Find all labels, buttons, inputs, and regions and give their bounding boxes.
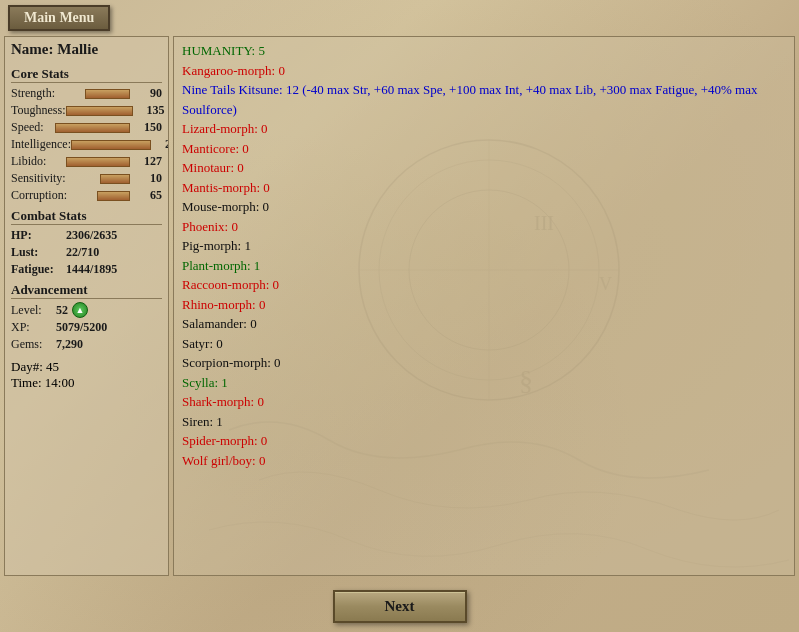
stat-bar-sensitivity [100, 174, 130, 184]
stat-value-speed: 150 [132, 120, 162, 135]
stat-bar-container-toughness: 135 [66, 103, 165, 118]
trait-line: Mouse-morph: 0 [182, 197, 786, 217]
combat-label-lust: Lust: [11, 245, 66, 260]
adv-label-gems: Gems: [11, 337, 56, 352]
trait-line: Scylla: 1 [182, 373, 786, 393]
trait-line: Raccoon-morph: 0 [182, 275, 786, 295]
stat-row-speed: Speed: 150 [11, 120, 162, 135]
trait-line: Phoenix: 0 [182, 217, 786, 237]
traits-content[interactable]: HUMANITY: 5Kangaroo-morph: 0Nine Tails K… [173, 36, 795, 576]
combat-stats-header: Combat Stats [11, 208, 162, 225]
stat-label-speed: Speed: [11, 120, 44, 135]
stat-bar-container-libido: 127 [66, 154, 162, 169]
top-bar: Main Menu [0, 0, 799, 36]
trait-line: Satyr: 0 [182, 334, 786, 354]
trait-line: Shark-morph: 0 [182, 392, 786, 412]
content-area: Name: Mallie Core Stats Strength: 90 Tou… [0, 36, 799, 580]
stat-bar-speed [55, 123, 130, 133]
stat-bar-container-strength: 90 [85, 86, 162, 101]
time-info: Time: 14:00 [11, 375, 162, 391]
trait-line: Rhino-morph: 0 [182, 295, 786, 315]
trait-line: Minotaur: 0 [182, 158, 786, 178]
adv-label-xp: XP: [11, 320, 56, 335]
stat-label-strength: Strength: [11, 86, 55, 101]
stat-bar-toughness [66, 106, 133, 116]
main-container: Main Menu Name: Mallie Core Stats Streng… [0, 0, 799, 632]
stat-label-intelligence: Intelligence: [11, 137, 71, 152]
adv-label-level: Level: [11, 303, 56, 318]
combat-stat-hp: HP: 2306/2635 [11, 228, 162, 243]
stat-row-strength: Strength: 90 [11, 86, 162, 101]
day-info: Day#: 45 [11, 359, 162, 375]
stat-bar-corruption [97, 191, 130, 201]
stat-bar-container-corruption: 65 [97, 188, 162, 203]
trait-line: Spider-morph: 0 [182, 431, 786, 451]
level-up-icon [72, 302, 88, 318]
stat-label-libido: Libido: [11, 154, 46, 169]
time-label: Time: [11, 375, 45, 390]
time-value: 14:00 [45, 375, 75, 390]
trait-line: Scorpion-morph: 0 [182, 353, 786, 373]
advancement-header: Advancement [11, 282, 162, 299]
stat-value-libido: 127 [132, 154, 162, 169]
trait-line: Siren: 1 [182, 412, 786, 432]
stat-label-corruption: Corruption: [11, 188, 67, 203]
stat-bar-container-intelligence: 205 [71, 137, 169, 152]
combat-label-hp: HP: [11, 228, 66, 243]
adv-value-gems: 7,290 [56, 337, 83, 352]
main-menu-button[interactable]: Main Menu [8, 5, 110, 31]
stat-bar-container-sensitivity: 10 [100, 171, 162, 186]
stat-bar-intelligence [71, 140, 151, 150]
stat-value-sensitivity: 10 [132, 171, 162, 186]
stat-row-sensitivity: Sensitivity: 10 [11, 171, 162, 186]
combat-label-fatigue: Fatigue: [11, 262, 66, 277]
day-label: Day#: [11, 359, 46, 374]
stat-label-toughness: Toughness: [11, 103, 66, 118]
trait-line: Wolf girl/boy: 0 [182, 451, 786, 471]
trait-line: Lizard-morph: 0 [182, 119, 786, 139]
adv-value-level: 52 [56, 303, 68, 318]
combat-value-lust: 22/710 [66, 245, 99, 260]
trait-line: Plant-morph: 1 [182, 256, 786, 276]
adv-gems-row: Gems: 7,290 [11, 337, 162, 352]
stat-value-corruption: 65 [132, 188, 162, 203]
trait-line: Pig-morph: 1 [182, 236, 786, 256]
core-stats-header: Core Stats [11, 66, 162, 83]
stat-row-toughness: Toughness: 135 [11, 103, 162, 118]
adv-level-row: Level: 52 [11, 302, 162, 318]
trait-line: Salamander: 0 [182, 314, 786, 334]
combat-value-fatigue: 1444/1895 [66, 262, 117, 277]
left-panel: Name: Mallie Core Stats Strength: 90 Tou… [4, 36, 169, 576]
stat-value-toughness: 135 [135, 103, 165, 118]
character-name: Name: Mallie [11, 41, 162, 58]
trait-line: Kangaroo-morph: 0 [182, 61, 786, 81]
stat-row-libido: Libido: 127 [11, 154, 162, 169]
day-value: 45 [46, 359, 59, 374]
trait-line: Manticore: 0 [182, 139, 786, 159]
adv-value-xp: 5079/5200 [56, 320, 107, 335]
bottom-bar: Next [0, 580, 799, 632]
trait-line: HUMANITY: 5 [182, 41, 786, 61]
stat-row-intelligence: Intelligence: 205 [11, 137, 162, 152]
trait-line: Nine Tails Kitsune: 12 (-40 max Str, +60… [182, 80, 786, 119]
stat-value-strength: 90 [132, 86, 162, 101]
stat-bar-strength [85, 89, 130, 99]
next-button[interactable]: Next [333, 590, 467, 623]
combat-stat-lust: Lust: 22/710 [11, 245, 162, 260]
stat-label-sensitivity: Sensitivity: [11, 171, 66, 186]
stat-bar-container-speed: 150 [55, 120, 162, 135]
stat-value-intelligence: 205 [153, 137, 169, 152]
stat-row-corruption: Corruption: 65 [11, 188, 162, 203]
stat-bar-libido [66, 157, 130, 167]
combat-value-hp: 2306/2635 [66, 228, 117, 243]
adv-xp-row: XP: 5079/5200 [11, 320, 162, 335]
trait-line: Mantis-morph: 0 [182, 178, 786, 198]
right-panel: HUMANITY: 5Kangaroo-morph: 0Nine Tails K… [173, 36, 795, 576]
combat-stat-fatigue: Fatigue: 1444/1895 [11, 262, 162, 277]
